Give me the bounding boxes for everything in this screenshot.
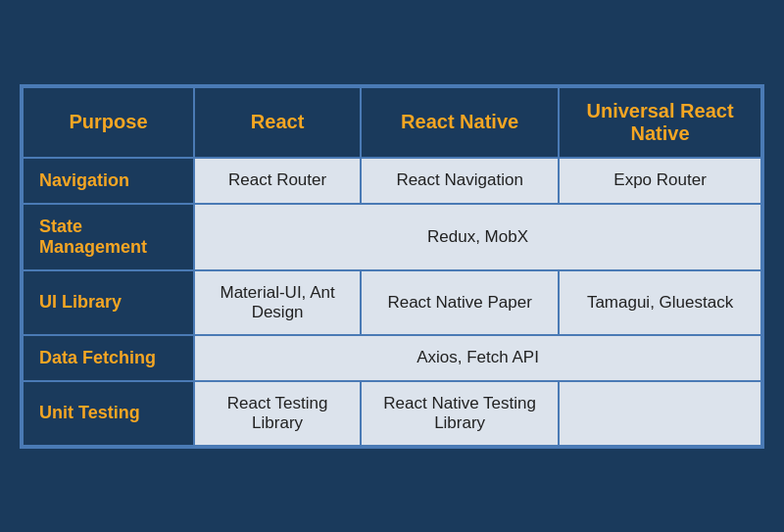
purpose-cell-navigation: Navigation — [23, 158, 194, 204]
header-purpose: Purpose — [23, 87, 194, 158]
purpose-cell-ui: UI Library — [23, 270, 194, 335]
purpose-cell-fetching: Data Fetching — [23, 335, 194, 381]
data-cell-material-ui: Material-UI, Ant Design — [194, 270, 361, 335]
table-row: Unit Testing React Testing Library React… — [23, 381, 761, 446]
data-cell-universal-testing — [559, 381, 761, 446]
data-cell-react-navigation: React Navigation — [361, 158, 559, 204]
table-row: Navigation React Router React Navigation… — [23, 158, 761, 204]
header-universal: Universal React Native — [559, 87, 761, 158]
data-cell-tamagui: Tamagui, Gluestack — [559, 270, 761, 335]
purpose-cell-state: State Management — [23, 204, 194, 270]
data-cell-expo-router: Expo Router — [559, 158, 761, 204]
data-cell-react-router: React Router — [194, 158, 361, 204]
header-react-native: React Native — [361, 87, 559, 158]
table-row: State Management Redux, MobX — [23, 204, 761, 270]
data-cell-rn-paper: React Native Paper — [361, 270, 559, 335]
table-row: UI Library Material-UI, Ant Design React… — [23, 270, 761, 335]
comparison-table: Purpose React React Native Universal Rea… — [20, 84, 764, 449]
data-cell-react-testing: React Testing Library — [194, 381, 361, 446]
purpose-cell-testing: Unit Testing — [23, 381, 194, 446]
header-react: React — [194, 87, 361, 158]
data-cell-state-span: Redux, MobX — [194, 204, 761, 270]
table-row: Data Fetching Axios, Fetch API — [23, 335, 761, 381]
table-header-row: Purpose React React Native Universal Rea… — [23, 87, 761, 158]
data-cell-fetching-span: Axios, Fetch API — [194, 335, 761, 381]
data-cell-rn-testing: React Native Testing Library — [361, 381, 559, 446]
